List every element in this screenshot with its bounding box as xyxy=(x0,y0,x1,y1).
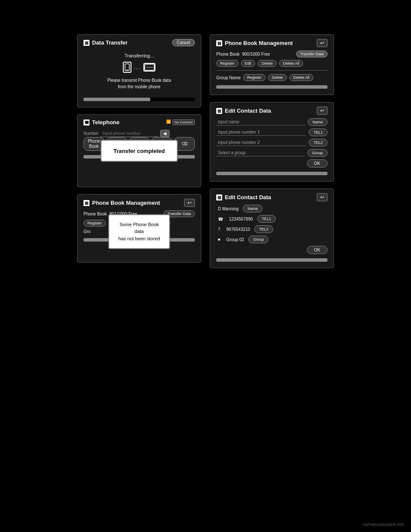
progress-bar-wrapper xyxy=(83,98,195,101)
edit-contact-2-phone2-row: ? 9876543210 TEL2 xyxy=(216,225,328,233)
edit-contact-1-phone1-row: Input phone number 1 TEL1 xyxy=(216,129,328,136)
edit-contact-2-tel2-btn[interactable]: TEL2 xyxy=(254,225,273,233)
edit-contact-1-icon: ▤ xyxy=(216,108,222,114)
transferring-text: Transferring... xyxy=(83,53,195,58)
edit-contact-1-group-field: Select a group xyxy=(216,149,305,156)
phonebook-mgmt-1-title: ▤ Phone Book Management xyxy=(216,40,293,46)
car-device-icon xyxy=(143,63,155,72)
phonebook-mgmt-1-group-label: Group Name xyxy=(216,75,241,80)
phonebook-mgmt-2-book-label: Phone Book xyxy=(83,212,107,216)
number-input-row: Number ◀ xyxy=(83,129,195,137)
edit-contact-1-phone2-row: Input phone number 2 TEL2 xyxy=(216,139,328,146)
edit-contact-1-title: ▤ Edit Contact Data xyxy=(216,108,271,114)
phonebook-mgmt-2-back-button[interactable]: ↩ xyxy=(184,199,195,207)
telephone-status-icons: 📶 No Connect xyxy=(166,120,195,125)
edit-contact-1-group-btn[interactable]: Group xyxy=(307,149,328,157)
edit-contact-2-group-icon: ■ xyxy=(216,236,222,242)
edit-contact-2-tel1-btn[interactable]: TEL1 xyxy=(257,215,276,223)
phonebook-mgmt-1-progress xyxy=(216,85,328,89)
right-column: ▤ Phone Book Management ↩ Phone Book 900… xyxy=(210,34,334,268)
edit-contact-1-panel: ▤ Edit Contact Data ↩ Input name Name In… xyxy=(210,102,334,182)
edit-contact-2-title-row: ▤ Edit Contact Data ↩ xyxy=(216,193,328,201)
phone-number-input[interactable] xyxy=(101,130,158,137)
phonebook-mgmt-1-group-delete-all-btn[interactable]: Delete All xyxy=(289,74,313,81)
phonebook-mgmt-1-group-delete-btn[interactable]: Delete xyxy=(268,74,287,81)
edit-contact-2-phone2-icon: ? xyxy=(216,226,222,233)
edit-contact-2-progress xyxy=(216,258,328,262)
phonebook-mgmt-1-register-btn[interactable]: Register xyxy=(216,60,238,67)
phonebook-mgmt-1-book-row: Phone Book 900/1000 Free Transfer Data xyxy=(216,51,328,57)
edit-contact-1-tel1-btn[interactable]: TEL1 xyxy=(309,129,328,136)
phonebook-mgmt-1-delete-all-btn[interactable]: Delete All xyxy=(279,60,303,67)
edit-contact-1-name-row: Input name Name xyxy=(216,118,328,126)
data-transfer-body: Transferring... ... Please transmit Phon… xyxy=(83,50,195,93)
phonebook-mgmt-1-count: 900/1000 Free xyxy=(242,52,294,57)
telephone-panel: ☎ Telephone 📶 No Connect Number ◀ Phone … xyxy=(77,114,201,187)
data-transfer-icon: ▤ xyxy=(83,40,89,46)
phonebook-mgmt-2-title-row: ▤ Phone Book Management ↩ xyxy=(83,199,195,207)
edit-contact-2-phone2-val: 9876543210 xyxy=(225,226,252,233)
transfer-completed-overlay: Transfer completed xyxy=(101,140,178,162)
phonebook-mgmt-1-progress-bar xyxy=(216,85,328,89)
transfer-animation: ... xyxy=(83,62,195,73)
watermark: carmanualsonline.info xyxy=(363,522,404,527)
edit-contact-1-ok-row: OK xyxy=(216,159,328,167)
edit-contact-2-ok-row: OK xyxy=(216,246,328,254)
edit-contact-2-phone1-icon: ☎ xyxy=(216,216,225,222)
phonebook-mgmt-1-title-row: ▤ Phone Book Management ↩ xyxy=(216,39,328,47)
phonebook-mgmt-1-icon: ▤ xyxy=(216,40,222,46)
edit-contact-1-phone2-field: Input phone number 2 xyxy=(216,139,306,146)
data-transfer-title-row: ▤ Data Transfer Cancel xyxy=(83,39,195,46)
transmit-instruction: Please transmit Phone Book data from the… xyxy=(83,77,195,90)
phonebook-mgmt-2-icon: ▤ xyxy=(83,200,89,206)
phonebook-mgmt-1-panel: ▤ Phone Book Management ↩ Phone Book 900… xyxy=(210,34,334,95)
edit-contact-1-ok-btn[interactable]: OK xyxy=(307,159,328,167)
phonebook-mgmt-2-register-btn[interactable]: Register xyxy=(83,220,106,227)
edit-contact-1-progress xyxy=(216,172,328,175)
phonebook-mgmt-1-transfer-btn[interactable]: Transfer Data xyxy=(296,51,328,57)
edit-contact-2-name-row: D Manning Name xyxy=(216,205,328,212)
phone-device-icon xyxy=(123,62,131,73)
backspace-button[interactable]: ◀ xyxy=(160,130,170,137)
not-stored-text-1: Some Phone Book data xyxy=(119,222,159,234)
edit-contact-2-back-button[interactable]: ↩ xyxy=(317,193,328,201)
edit-contact-2-name-btn[interactable]: Name xyxy=(243,205,262,212)
edit-contact-1-title-row: ▤ Edit Contact Data ↩ xyxy=(216,107,328,115)
edit-contact-1-progress-bar xyxy=(216,172,328,175)
transfer-dots: ... xyxy=(134,64,141,70)
edit-contact-2-phone1-row: ☎ 1234567890 TEL1 xyxy=(216,215,328,223)
telephone-title-row: ☎ Telephone 📶 No Connect xyxy=(83,119,195,126)
phonebook-mgmt-1-group-register-btn[interactable]: Register xyxy=(243,74,265,81)
edit-contact-1-back-button[interactable]: ↩ xyxy=(317,107,328,115)
phonebook-mgmt-1-back-button[interactable]: ↩ xyxy=(317,39,328,47)
page: ▤ Data Transfer Cancel Transferring... .… xyxy=(0,0,411,532)
edit-contact-1-phone1-field: Input phone number 1 xyxy=(216,129,306,136)
edit-contact-2-title: ▤ Edit Contact Data xyxy=(216,194,271,200)
edit-contact-2-icon: ▤ xyxy=(216,194,222,200)
edit-contact-1-tel2-btn[interactable]: TEL2 xyxy=(309,139,328,146)
signal-icon: 📶 xyxy=(166,120,171,125)
telephone-title: ☎ Telephone xyxy=(83,119,119,126)
main-content: ▤ Data Transfer Cancel Transferring... .… xyxy=(77,34,334,268)
cancel-button[interactable]: Cancel xyxy=(172,39,195,46)
edit-contact-2-ok-btn[interactable]: OK xyxy=(307,246,328,254)
phonebook-mgmt-1-book-label: Phone Book xyxy=(216,52,240,57)
phonebook-mgmt-1-edit-btn[interactable]: Edit xyxy=(241,60,256,67)
phonebook-mgmt-2-title: ▤ Phone Book Management xyxy=(83,200,160,206)
phonebook-mgmt-1-delete-btn[interactable]: Delete xyxy=(258,60,277,67)
edit-contact-1-group-row: Select a group Group xyxy=(216,149,328,157)
transfer-completed-text: Transfer completed xyxy=(113,148,165,154)
progress-bar xyxy=(83,98,150,101)
divider-1 xyxy=(216,70,328,71)
left-column: ▤ Data Transfer Cancel Transferring... .… xyxy=(77,34,201,263)
not-stored-text-2: has not been stored xyxy=(118,236,160,241)
number-label: Number xyxy=(83,131,99,136)
edit-contact-2-group-row: ■ Group 02 Group xyxy=(216,236,328,243)
phonebook-mgmt-1-actions-row: Register Edit Delete Delete All xyxy=(216,60,328,67)
edit-contact-2-phone1-val: 1234567890 xyxy=(227,216,255,222)
not-stored-overlay: Some Phone Book data has not been stored xyxy=(108,214,170,249)
edit-contact-2-panel: ▤ Edit Contact Data ↩ D Manning Name ☎ 1… xyxy=(210,188,334,268)
phonebook-mgmt-1-group-row: Group Name Register Delete Delete All xyxy=(216,74,328,81)
edit-contact-1-name-btn[interactable]: Name xyxy=(308,118,328,126)
edit-contact-2-group-btn[interactable]: Group xyxy=(248,236,268,243)
